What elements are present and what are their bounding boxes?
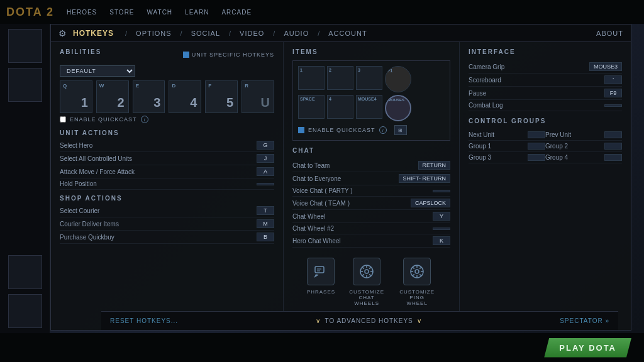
interface-label-combat-log: Combat Log	[469, 102, 502, 109]
key-chat-everyone[interactable]: SHIFT- RETURN	[399, 174, 451, 183]
svg-line-11	[369, 267, 371, 269]
key-voice-team[interactable]: CAPSLOCK	[411, 199, 450, 207]
action-label-quickbuy: Purchase Quickbuy	[60, 234, 114, 241]
chat-label-voice-team: Voice Chat ( TEAM )	[292, 200, 350, 207]
enable-quickcast-checkbox[interactable]	[60, 116, 66, 123]
item-slot-f1[interactable]: F1	[385, 66, 411, 92]
cg-next-unit-key[interactable]	[528, 131, 545, 138]
sidebar-slot-1[interactable]	[8, 29, 42, 63]
abilities-dropdown[interactable]: DEFAULT	[60, 65, 135, 77]
chat-label-team: Chat to Team	[292, 162, 330, 169]
item-slot-2[interactable]: 2	[327, 66, 353, 90]
action-label-courier: Select Courier	[60, 207, 99, 214]
sidebar-slot-4[interactable]	[8, 294, 42, 328]
action-label-select-all: Select All Controlled Units	[60, 155, 132, 162]
play-dota-button[interactable]: PLAY DOTA	[544, 338, 631, 358]
customize-ping-wheel-button[interactable]: CUSTOMIZEPING WHEEL	[398, 258, 436, 306]
chevron-right-icon: ∨	[417, 317, 422, 324]
quickcast-info-icon[interactable]: i	[141, 116, 148, 123]
nav-social[interactable]: SOCIAL	[189, 28, 223, 38]
key-scoreboard[interactable]: '	[604, 75, 622, 84]
cg-col-left: Next Unit Group 1 Group 3	[469, 129, 545, 163]
svg-rect-0	[315, 266, 324, 273]
nav-video[interactable]: VIDEO	[237, 28, 267, 38]
advanced-hotkeys-link[interactable]: ∨ TO ADVANCED HOTKEYS ∨	[316, 317, 421, 324]
key-chat-wheel2[interactable]	[433, 228, 450, 230]
nav-watch[interactable]: WATCH	[147, 9, 173, 16]
item-slot-mouse4[interactable]: MOUSE4	[356, 95, 382, 119]
cg-group2-row: Group 2	[545, 141, 622, 152]
interface-label-pause: Pause	[469, 90, 486, 97]
items-title: ITEMS	[292, 48, 450, 55]
nav-arcade[interactable]: ARCADE	[221, 9, 252, 16]
item-slot-mouse5[interactable]: MOUSES	[385, 95, 411, 121]
key-combat-log[interactable]	[604, 104, 622, 107]
svg-line-10	[369, 274, 371, 276]
items-quickcast-btn[interactable]: ⊞	[394, 125, 407, 135]
ability-key-row: Q 1 W 2 E 3 D 4 F 5	[60, 80, 274, 113]
advanced-hotkeys-label: TO ADVANCED HOTKEYS	[325, 317, 413, 324]
item-slot-1[interactable]: 1	[298, 66, 325, 90]
ability-slot-d[interactable]: D 4	[169, 80, 201, 113]
ability-slot-q[interactable]: Q 1	[60, 80, 92, 113]
cg-prev-unit-key[interactable]	[604, 131, 622, 138]
nav-heroes[interactable]: HEROES	[67, 9, 97, 16]
customize-chat-wheels-button[interactable]: CUSTOMIZECHAT WHEELS	[348, 258, 386, 306]
key-voice-party[interactable]	[433, 190, 450, 192]
cg-group4-key[interactable]	[604, 154, 622, 161]
cg-group3-key[interactable]	[528, 154, 545, 161]
reset-hotkeys-link[interactable]: RESET HOTKEYS...	[110, 317, 178, 324]
key-number-2: 2	[118, 96, 125, 110]
item-key-3: 3	[358, 68, 360, 72]
action-purchase-quickbuy: Purchase Quickbuy B	[60, 231, 274, 244]
key-quickbuy[interactable]: B	[257, 233, 274, 241]
nav-options[interactable]: OPTIONS	[133, 28, 174, 38]
key-hero-wheel[interactable]: K	[433, 236, 450, 245]
nav-learn[interactable]: LEARN	[185, 9, 209, 16]
item-slot-space[interactable]: SPACE	[298, 95, 325, 119]
phrases-button[interactable]: PHRASES	[307, 258, 335, 306]
ability-slot-e[interactable]: E 3	[133, 80, 165, 113]
cg-group2-key[interactable]	[604, 143, 622, 150]
key-number-3: 3	[153, 96, 160, 110]
key-pause[interactable]: F9	[604, 89, 622, 97]
nav-about[interactable]: ABOUT	[596, 30, 623, 37]
key-courier[interactable]: T	[257, 206, 274, 215]
items-quickcast-info-icon[interactable]: i	[379, 126, 387, 134]
key-label-r: R	[245, 83, 248, 89]
sidebar-slot-3[interactable]	[8, 255, 42, 289]
items-quickcast-label: ENABLE QUICKCAST	[308, 127, 375, 133]
taskbar: PLAY DOTA	[0, 333, 644, 362]
ability-slot-r[interactable]: R U	[242, 80, 274, 113]
key-hold-pos[interactable]	[257, 183, 274, 185]
ability-slot-w[interactable]: W 2	[96, 80, 129, 113]
key-select-all[interactable]: J	[257, 154, 274, 163]
cg-group1-key[interactable]	[528, 143, 545, 150]
item-slot-3[interactable]: 3	[356, 66, 382, 90]
item-slot-4[interactable]: 4	[327, 95, 353, 119]
action-courier-deliver: Courier Deliver Items M	[60, 217, 274, 231]
chat-label-voice-party: Voice Chat ( PARTY )	[292, 187, 353, 194]
key-courier-deliver[interactable]: M	[257, 219, 274, 228]
nav-store[interactable]: STORE	[109, 9, 134, 16]
cg-col-right: Prev Unit Group 2 Group 4	[545, 129, 622, 163]
nav-account[interactable]: ACCOUNT	[326, 28, 369, 38]
key-chat-wheel[interactable]: Y	[433, 212, 450, 221]
key-label-w: W	[99, 83, 104, 89]
action-label-attack-move: Attack Move / Force Attack	[60, 168, 135, 175]
main-container: ⚙ HOTKEYS / OPTIONS / SOCIAL / VIDEO / A…	[50, 24, 631, 331]
interface-row-camera: Camera Grip MOUSE3	[469, 60, 622, 74]
ability-slot-f[interactable]: F 5	[205, 80, 238, 113]
cg-next-unit-label: Next Unit	[469, 131, 494, 138]
key-select-hero[interactable]: G	[257, 141, 274, 150]
key-camera[interactable]: MOUSE3	[589, 62, 622, 71]
svg-line-9	[362, 267, 364, 269]
shop-actions-title: SHOP ACTIONS	[60, 195, 274, 202]
spectator-link[interactable]: SPECTATOR »	[560, 317, 609, 324]
key-attack-move[interactable]: A	[257, 167, 274, 176]
sidebar-slot-2[interactable]	[8, 68, 42, 102]
key-chat-team[interactable]: RETURN	[418, 161, 451, 170]
nav-audio[interactable]: AUDIO	[281, 28, 311, 38]
interface-title: INTERFACE	[469, 48, 622, 55]
unit-specific-checkbox[interactable]: UNIT SPECIFIC HOTKEYS	[183, 52, 274, 58]
